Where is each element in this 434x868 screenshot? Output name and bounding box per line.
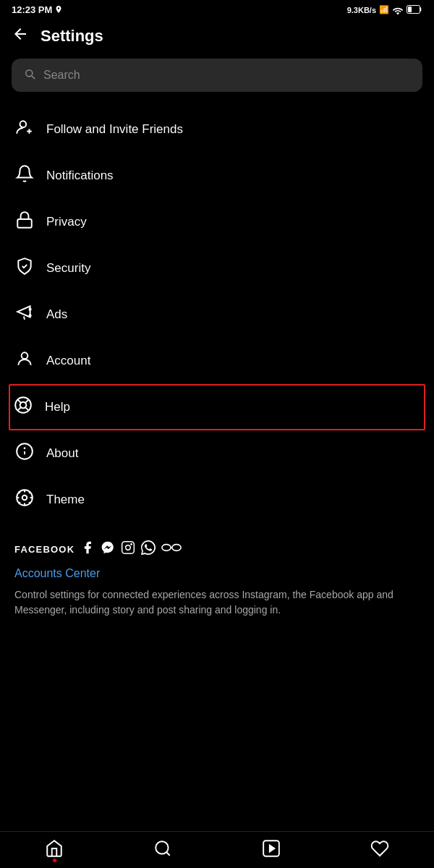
- about-label: About: [46, 446, 78, 461]
- follow-icon: [14, 118, 35, 141]
- heart-icon: [370, 839, 389, 858]
- svg-point-28: [131, 544, 132, 545]
- wifi-icon: [392, 6, 404, 14]
- accounts-description: Control settings for connected experienc…: [14, 587, 420, 618]
- follow-invite-label: Follow and Invite Friends: [46, 122, 183, 137]
- svg-point-6: [22, 352, 28, 359]
- theme-icon: [14, 488, 35, 511]
- messenger-icon: [101, 540, 115, 558]
- menu-item-ads[interactable]: Ads: [12, 292, 422, 338]
- svg-point-32: [156, 841, 168, 854]
- svg-point-4: [30, 309, 31, 310]
- account-label: Account: [46, 354, 90, 368]
- nav-likes[interactable]: [370, 839, 389, 858]
- lifebuoy-icon: [13, 396, 33, 419]
- svg-line-12: [17, 407, 21, 411]
- notifications-label: Notifications: [46, 169, 114, 183]
- status-time: 12:23 PM: [12, 4, 52, 15]
- svg-point-2: [20, 121, 27, 127]
- search-icon: [23, 67, 36, 83]
- svg-line-10: [25, 407, 29, 411]
- facebook-title: FACEBOOK: [14, 544, 75, 555]
- search-placeholder: Search: [43, 69, 80, 82]
- svg-rect-26: [122, 542, 135, 554]
- battery-status: [407, 5, 422, 15]
- menu-item-help[interactable]: Help: [9, 384, 425, 430]
- search-box[interactable]: Search: [12, 59, 422, 92]
- accounts-center-link[interactable]: Accounts Center: [14, 567, 420, 580]
- menu-list: Follow and Invite Friends Notifications …: [0, 106, 434, 523]
- help-label: Help: [45, 400, 70, 414]
- nav-home[interactable]: [45, 839, 64, 858]
- menu-item-theme[interactable]: Theme: [12, 477, 422, 523]
- location-icon: [55, 6, 62, 14]
- whatsapp-icon: [141, 540, 156, 558]
- bell-icon: [14, 164, 35, 187]
- facebook-icon: [80, 540, 95, 558]
- status-right: 9.3KB/s 📶: [347, 5, 422, 15]
- menu-item-security[interactable]: Security: [12, 245, 422, 292]
- facebook-app-icons: [80, 540, 182, 558]
- svg-point-5: [30, 315, 31, 316]
- megaphone-icon: [14, 303, 35, 326]
- info-icon: [14, 442, 35, 465]
- svg-point-17: [22, 495, 27, 501]
- ads-label: Ads: [46, 307, 67, 322]
- svg-line-33: [166, 852, 170, 856]
- nav-search[interactable]: [153, 839, 172, 858]
- network-speed: 9.3KB/s: [347, 6, 376, 14]
- lock-icon: [14, 210, 35, 234]
- svg-point-30: [172, 545, 181, 551]
- menu-item-follow-invite[interactable]: Follow and Invite Friends: [12, 106, 422, 153]
- svg-point-27: [126, 545, 131, 550]
- privacy-label: Privacy: [46, 215, 87, 229]
- nav-reels[interactable]: [262, 839, 281, 858]
- svg-line-11: [25, 399, 29, 403]
- svg-point-8: [20, 402, 27, 409]
- svg-point-29: [162, 545, 171, 551]
- home-icon: [45, 839, 64, 858]
- search-nav-icon: [153, 839, 172, 858]
- svg-marker-35: [270, 846, 275, 852]
- person-icon: [14, 349, 35, 373]
- status-bar: 12:23 PM 9.3KB/s 📶: [0, 0, 434, 18]
- page-title: Settings: [41, 27, 103, 46]
- home-notification-dot: [53, 859, 56, 862]
- menu-item-notifications[interactable]: Notifications: [12, 153, 422, 199]
- svg-line-9: [17, 399, 21, 403]
- reels-icon: [262, 839, 281, 858]
- signal-icons: 📶: [379, 5, 389, 14]
- security-label: Security: [46, 261, 90, 276]
- menu-item-privacy[interactable]: Privacy: [12, 199, 422, 245]
- back-button[interactable]: [12, 25, 29, 47]
- shield-icon: [14, 257, 35, 280]
- bottom-nav: [0, 831, 434, 868]
- header: Settings: [0, 18, 434, 59]
- facebook-section: FACEBOOK: [0, 523, 434, 624]
- instagram-icon: [121, 540, 135, 558]
- theme-label: Theme: [46, 493, 85, 507]
- menu-item-account[interactable]: Account: [12, 338, 422, 384]
- meta-icon: [161, 540, 182, 558]
- svg-rect-3: [17, 219, 32, 228]
- svg-rect-1: [408, 7, 412, 12]
- search-container: Search: [0, 59, 434, 106]
- menu-item-about[interactable]: About: [12, 430, 422, 477]
